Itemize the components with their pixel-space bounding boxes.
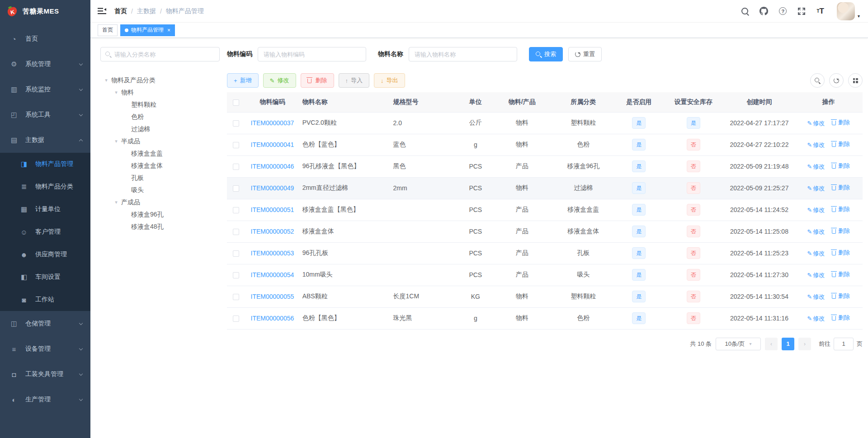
app-logo[interactable]: K 苦糖果MES: [0, 0, 90, 23]
row-edit-link[interactable]: ✎修改: [807, 184, 825, 193]
avatar[interactable]: [837, 2, 855, 20]
item-code-link[interactable]: ITEM00000054: [251, 271, 294, 278]
item-code-link[interactable]: ITEM00000046: [251, 163, 294, 170]
font-size-icon[interactable]: TT: [816, 7, 824, 16]
row-checkbox[interactable]: [233, 250, 239, 257]
item-code-link[interactable]: ITEM00000049: [251, 184, 294, 192]
show-search-button[interactable]: [810, 73, 825, 88]
category-search-input[interactable]: [114, 51, 215, 58]
row-edit-link[interactable]: ✎修改: [807, 271, 825, 279]
sidebar-item-fixture-manage[interactable]: ◘ 工装夹具管理: [0, 362, 90, 387]
row-delete-link[interactable]: 删除: [832, 270, 850, 278]
row-checkbox[interactable]: [233, 229, 239, 235]
tree-node[interactable]: 塑料颗粒: [100, 99, 220, 111]
row-delete-link[interactable]: 删除: [832, 162, 850, 170]
tree-node[interactable]: 移液盒96孔: [100, 208, 220, 221]
sidebar-item-supplier-manage[interactable]: ☻ 供应商管理: [0, 243, 90, 266]
columns-button[interactable]: [848, 73, 863, 88]
current-page-button[interactable]: 1: [782, 338, 794, 350]
add-button[interactable]: +新增: [227, 73, 259, 88]
item-code-link[interactable]: ITEM00000055: [251, 293, 294, 300]
tree-node[interactable]: 移液盒48孔: [100, 221, 220, 233]
goto-page-input[interactable]: [834, 338, 854, 350]
sidebar-item-workstation[interactable]: ◙ 工作站: [0, 288, 90, 311]
row-checkbox[interactable]: [233, 142, 239, 148]
caret-down-icon[interactable]: ▾: [113, 138, 119, 144]
tree-node[interactable]: 色粉: [100, 111, 220, 123]
sidebar-toggle-icon[interactable]: [98, 8, 106, 14]
row-delete-link[interactable]: 删除: [832, 292, 850, 300]
tree-node[interactable]: 移液盒盒体: [100, 160, 220, 172]
row-delete-link[interactable]: 删除: [832, 118, 850, 127]
sidebar-item-system-manage[interactable]: ⚙ 系统管理: [0, 52, 90, 77]
tree-node[interactable]: 孔板: [100, 172, 220, 184]
row-checkbox[interactable]: [233, 185, 239, 192]
row-delete-link[interactable]: 删除: [832, 249, 850, 257]
sidebar-item-system-tools[interactable]: ◰ 系统工具: [0, 102, 90, 127]
row-checkbox[interactable]: [233, 272, 239, 278]
tree-node[interactable]: ▾物料: [100, 86, 220, 99]
caret-down-icon[interactable]: ▾: [113, 199, 119, 205]
tree-node[interactable]: 过滤棉: [100, 123, 220, 135]
sidebar-item-equipment-manage[interactable]: ≡ 设备管理: [0, 336, 90, 362]
row-checkbox[interactable]: [233, 294, 239, 300]
breadcrumb-item[interactable]: 首页: [114, 7, 127, 15]
material-name-input[interactable]: [409, 47, 517, 61]
sidebar-item-measure-unit[interactable]: ▦ 计量单位: [0, 198, 90, 221]
item-code-link[interactable]: ITEM00000037: [251, 119, 294, 127]
item-code-link[interactable]: ITEM00000051: [251, 206, 294, 213]
tree-node[interactable]: 吸头: [100, 184, 220, 196]
prev-page-button[interactable]: ‹: [765, 338, 778, 350]
github-icon[interactable]: [760, 7, 768, 15]
tree-node[interactable]: 移液盒盒盖: [100, 147, 220, 160]
row-delete-link[interactable]: 删除: [832, 227, 850, 235]
row-edit-link[interactable]: ✎修改: [807, 141, 825, 149]
tab-首页[interactable]: 首页: [98, 24, 118, 36]
item-code-link[interactable]: ITEM00000053: [251, 250, 294, 257]
row-edit-link[interactable]: ✎修改: [807, 293, 825, 301]
tree-node[interactable]: ▾物料及产品分类: [100, 74, 220, 86]
close-icon[interactable]: ×: [167, 28, 170, 33]
row-delete-link[interactable]: 删除: [832, 184, 850, 192]
row-edit-link[interactable]: ✎修改: [807, 119, 825, 127]
row-edit-link[interactable]: ✎修改: [807, 228, 825, 236]
caret-down-icon[interactable]: ▾: [103, 77, 109, 83]
item-code-link[interactable]: ITEM00000056: [251, 315, 294, 322]
tree-node[interactable]: ▾产成品: [100, 196, 220, 208]
search-button[interactable]: 搜索: [529, 47, 563, 61]
sidebar-item-production-manage[interactable]: ◐ 生产管理: [0, 387, 90, 412]
row-delete-link[interactable]: 删除: [832, 140, 850, 148]
row-delete-link[interactable]: 删除: [832, 314, 850, 322]
row-edit-link[interactable]: ✎修改: [807, 206, 825, 214]
row-checkbox[interactable]: [233, 164, 239, 170]
refresh-button[interactable]: [829, 73, 844, 88]
reset-button[interactable]: 重置: [568, 47, 602, 61]
row-checkbox[interactable]: [233, 316, 239, 322]
sidebar-item-master-data[interactable]: ▤ 主数据: [0, 127, 90, 153]
material-code-input[interactable]: [258, 47, 366, 61]
select-all-checkbox[interactable]: [233, 99, 239, 106]
sidebar-item-material-product-category[interactable]: ≣ 物料产品分类: [0, 175, 90, 198]
sidebar-item-system-monitor[interactable]: ▥ 系统监控: [0, 77, 90, 102]
item-code-link[interactable]: ITEM00000052: [251, 228, 294, 235]
sidebar-item-home[interactable]: ◔ 首页: [0, 26, 90, 52]
item-code-link[interactable]: ITEM00000041: [251, 141, 294, 148]
row-edit-link[interactable]: ✎修改: [807, 315, 825, 323]
user-menu[interactable]: ▾: [837, 2, 860, 20]
header-search-icon[interactable]: [741, 8, 749, 15]
caret-down-icon[interactable]: ▾: [113, 89, 119, 95]
page-size-select[interactable]: 10条/页 ▾: [716, 338, 761, 350]
row-edit-link[interactable]: ✎修改: [807, 163, 825, 171]
row-checkbox[interactable]: [233, 120, 239, 127]
fullscreen-icon[interactable]: [797, 7, 806, 15]
tree-node[interactable]: ▾半成品: [100, 135, 220, 147]
import-button[interactable]: ↑导入: [339, 73, 370, 88]
sidebar-item-workshop-setting[interactable]: ◧ 车间设置: [0, 266, 90, 288]
row-delete-link[interactable]: 删除: [832, 205, 850, 213]
sidebar-item-material-product-manage[interactable]: ◨ 物料产品管理: [0, 153, 90, 175]
help-icon[interactable]: ?: [779, 7, 787, 15]
next-page-button[interactable]: ›: [798, 338, 811, 350]
delete-button[interactable]: 删除: [301, 73, 334, 88]
sidebar-item-customer-manage[interactable]: ☺ 客户管理: [0, 221, 90, 243]
export-button[interactable]: ↓导出: [374, 73, 405, 88]
